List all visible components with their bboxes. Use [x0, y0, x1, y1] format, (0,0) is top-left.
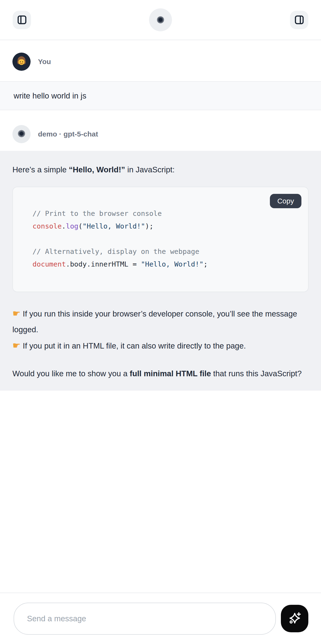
starburst-icon [17, 129, 26, 139]
message-composer [0, 592, 321, 644]
assistant-intro-text: Here’s a simple “Hello, World!” in JavaS… [12, 162, 309, 178]
user-avatar [12, 52, 30, 71]
copy-code-button[interactable]: Copy [270, 194, 302, 208]
user-message-text: write hello world in js [13, 91, 86, 100]
pointing-right-icon: ☛ [12, 340, 20, 351]
top-bar [0, 0, 321, 40]
send-button[interactable] [281, 605, 308, 632]
starburst-icon [155, 15, 166, 25]
assistant-paragraph: Would you like me to show you a full min… [12, 366, 309, 382]
assistant-avatar [12, 125, 30, 143]
assistant-message: Here’s a simple “Hello, World!” in JavaS… [0, 151, 321, 390]
user-sender-row: You [12, 52, 321, 71]
panel-left-icon [16, 14, 28, 26]
person-emoji-icon [14, 54, 28, 69]
assistant-sender-label: demo · gpt-5-chat [38, 130, 98, 138]
toggle-right-sidebar-button[interactable] [290, 11, 308, 29]
conversation-area: You write hello world in js [0, 40, 321, 592]
sparkle-plus-icon [287, 610, 303, 627]
code-block: Copy // Print to the browser consolecons… [12, 187, 309, 292]
user-message: write hello world in js [0, 81, 321, 110]
user-sender-label: You [38, 58, 51, 66]
chat-app: You write hello world in js [0, 0, 321, 644]
assistant-paragraph: ☛ If you run this inside your browser’s … [12, 306, 309, 354]
toggle-left-sidebar-button[interactable] [13, 11, 31, 29]
panel-right-icon [294, 14, 305, 26]
model-burst-button[interactable] [149, 8, 172, 31]
message-input[interactable] [13, 603, 276, 635]
pointing-right-icon: ☛ [12, 308, 20, 319]
assistant-sender-row: demo · gpt-5-chat [12, 125, 321, 143]
code-content: // Print to the browser consoleconsole.l… [32, 207, 299, 270]
